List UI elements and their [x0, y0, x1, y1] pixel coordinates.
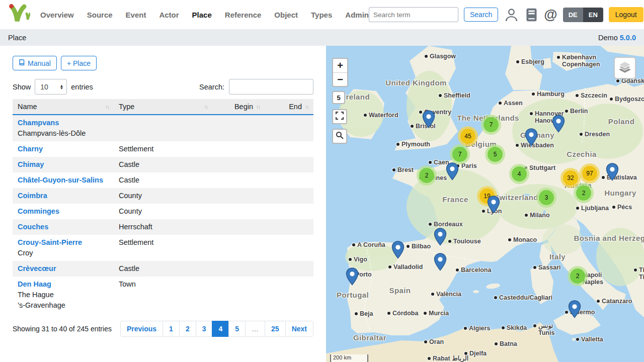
col-name[interactable]: Name ↑↓	[13, 99, 114, 115]
user-profile-icon[interactable]	[504, 7, 519, 23]
map-cluster-marker[interactable]: 4	[509, 164, 529, 184]
zoom-in-button[interactable]: +	[333, 59, 347, 72]
map-cluster-marker[interactable]: 45	[458, 126, 478, 146]
page-button-25[interactable]: 25	[265, 321, 286, 337]
place-end	[265, 141, 313, 157]
place-end	[265, 204, 313, 219]
map-pin-marker[interactable]	[391, 241, 405, 259]
nav-item-types[interactable]: Types	[311, 11, 332, 19]
place-name-link[interactable]: Crouy-Saint-Pierre	[18, 238, 82, 246]
place-type: Castle	[114, 172, 212, 188]
language-switcher: DE EN	[563, 8, 603, 22]
place-end	[265, 115, 313, 141]
nav-item-place[interactable]: Place	[192, 11, 212, 19]
lang-de-button[interactable]: DE	[563, 8, 583, 22]
col-end[interactable]: End ↑↓	[265, 99, 313, 115]
zoom-level-indicator[interactable]: 5	[332, 91, 345, 104]
page-button-3[interactable]: 3	[196, 321, 213, 337]
place-name-link[interactable]: Crèvecœur	[18, 264, 56, 273]
nav-item-actor[interactable]: Actor	[159, 11, 179, 19]
page-button-1[interactable]: 1	[163, 321, 180, 337]
map-cluster-marker[interactable]: 97	[580, 163, 600, 184]
place-end	[265, 188, 313, 204]
map-pin-marker[interactable]	[446, 162, 459, 180]
global-search-button[interactable]: Search	[464, 8, 498, 22]
lang-en-button[interactable]: EN	[583, 8, 603, 22]
nav-item-event[interactable]: Event	[126, 11, 146, 19]
place-name-link[interactable]: Champvans	[18, 119, 59, 127]
place-alias: Champvans-lès-Dôle	[18, 128, 109, 139]
map-cluster-marker[interactable]: 2	[417, 165, 437, 186]
map-pin-marker[interactable]	[422, 110, 435, 128]
col-type[interactable]: Type ↑↓	[114, 99, 212, 115]
map-cluster-marker[interactable]: 2	[574, 183, 594, 203]
cluster-count: 5	[494, 151, 497, 158]
nav-item-admin[interactable]: Admin	[345, 11, 369, 19]
map-pin-marker[interactable]	[487, 196, 500, 214]
map-search-button[interactable]	[332, 129, 347, 144]
toolbar: Manual + Place	[13, 56, 313, 70]
nav-item-source[interactable]: Source	[87, 11, 113, 19]
sort-icon[interactable]: ↑↓	[256, 104, 260, 110]
map-pin-marker[interactable]	[525, 128, 538, 146]
map-pin-marker[interactable]	[346, 267, 359, 286]
place-alias: The Hague	[18, 290, 109, 300]
table-search-input[interactable]	[229, 79, 313, 95]
openatlas-logo[interactable]	[7, 3, 30, 26]
nav-item-reference[interactable]: Reference	[225, 11, 262, 19]
place-alias: ’s-Gravenhage	[18, 300, 109, 311]
map[interactable]: United KingdomIrelandThe NetherlandsBelg…	[326, 46, 644, 362]
cluster-count: 45	[464, 133, 471, 140]
map-pin-marker[interactable]	[552, 115, 565, 133]
layers-button[interactable]	[614, 57, 636, 79]
contact-at-icon[interactable]: @	[544, 8, 557, 22]
page-button-4[interactable]: 4	[212, 321, 229, 337]
map-scale-bar: 200 km	[330, 354, 368, 362]
place-type: County	[114, 188, 212, 204]
place-name-link[interactable]: Comminges	[18, 207, 59, 215]
place-end	[265, 157, 313, 172]
page-button-5[interactable]: 5	[228, 321, 246, 337]
nav-item-object[interactable]: Object	[274, 11, 298, 19]
map-pin-marker[interactable]	[606, 163, 619, 181]
place-name-link[interactable]: Chimay	[18, 160, 44, 168]
sort-icon[interactable]: ↑↓	[305, 104, 308, 110]
place-type: Town	[114, 277, 212, 313]
page-button-2[interactable]: 2	[179, 321, 196, 337]
pagination: Previous12345…25Next	[120, 321, 313, 337]
page-button-next[interactable]: Next	[285, 321, 313, 337]
logout-button[interactable]: Logout	[609, 7, 643, 22]
place-begin	[212, 115, 265, 141]
global-search-input[interactable]	[369, 7, 458, 22]
fullscreen-button[interactable]	[332, 109, 347, 124]
map-cluster-marker[interactable]: 2	[568, 266, 588, 286]
page-size-select[interactable]: 10	[35, 79, 67, 95]
map-pin-marker[interactable]	[434, 228, 447, 246]
table-row: Crèvecœur Castle	[13, 261, 313, 277]
cluster-count: 97	[586, 170, 593, 177]
version-link[interactable]: 5.0.0	[620, 34, 636, 42]
manual-book-icon[interactable]	[525, 8, 538, 22]
map-cluster-marker[interactable]: 5	[485, 144, 505, 164]
map-pin-marker[interactable]	[568, 300, 581, 318]
sort-icon[interactable]: ↑↓	[204, 104, 207, 110]
map-cluster-marker[interactable]: 7	[450, 144, 470, 164]
manual-button[interactable]: Manual	[13, 56, 57, 70]
place-name-link[interactable]: Coimbra	[18, 192, 47, 200]
place-name-link[interactable]: Châtel-Guyon-sur-Salins	[18, 176, 103, 184]
col-begin[interactable]: Begin ↑↓	[212, 99, 265, 115]
place-name-link[interactable]: Den Haag	[18, 280, 51, 288]
sort-icon[interactable]: ↑↓	[105, 104, 109, 110]
place-begin	[212, 277, 265, 313]
zoom-out-button[interactable]: −	[333, 72, 347, 86]
page-button-previous[interactable]: Previous	[120, 321, 163, 337]
place-name-link[interactable]: Couches	[18, 223, 48, 231]
map-pin-marker[interactable]	[434, 253, 447, 271]
add-place-button[interactable]: + Place	[61, 56, 97, 70]
nav-item-overview[interactable]: Overview	[40, 11, 74, 19]
map-cluster-marker[interactable]: 3	[536, 188, 556, 208]
table-row: Den Haag The Hague’s-Gravenhage Town	[13, 277, 313, 313]
place-name-link[interactable]: Charny	[18, 145, 43, 153]
cluster-count: 7	[458, 151, 462, 158]
map-cluster-marker[interactable]: 7	[481, 115, 501, 135]
